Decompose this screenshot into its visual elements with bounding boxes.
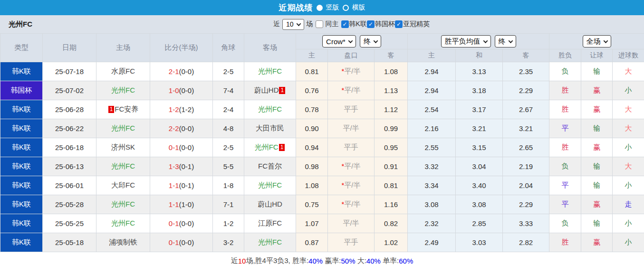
avg-away-odds-cell: 2.04 — [503, 176, 549, 195]
chevron-down-icon — [508, 38, 513, 43]
away-team-cell: 江原FC — [244, 214, 296, 233]
date-cell: 25-05-18 — [43, 233, 96, 252]
score-cell: 0-1(0-0) — [150, 214, 213, 233]
away-team-cell: 光州FC — [244, 176, 296, 195]
handicap-result-cell: 赢 — [581, 233, 613, 252]
match-count-select[interactable]: 10 — [282, 19, 304, 30]
layout-vertical-option[interactable]: 竖版 — [326, 3, 339, 12]
table-row: 韩K联25-06-22光州FC2-2(0-0)4-8大田市民0.90平/半0.9… — [0, 119, 644, 138]
goals-result-cell: 大 — [613, 62, 644, 81]
handicap-time-select[interactable]: 终 — [360, 35, 381, 47]
handicap-line-cell: 平手 — [328, 233, 375, 252]
radio-unselected-icon[interactable] — [343, 5, 349, 11]
team-label: 蔚山HD — [254, 86, 279, 94]
chevron-down-icon — [603, 38, 608, 43]
league-checkbox[interactable]: ✓ — [341, 20, 349, 28]
bookmaker-select[interactable]: Crow* — [322, 35, 356, 47]
wdl-result-cell: 胜 — [549, 138, 581, 157]
handicap-line-cell: *平/半 — [328, 157, 375, 176]
date-cell: 25-06-13 — [43, 157, 96, 176]
league-label: 韩K联 — [349, 20, 367, 28]
handicap-home-odds-cell: 1.08 — [296, 176, 328, 195]
filter-controls: 近 10 场 同主 ✓韩K联✓韩国杯✓亚冠精英 — [273, 19, 430, 30]
away-team-cell: 光州FC — [244, 62, 296, 81]
handicap-text: 平/半 — [344, 162, 360, 170]
goals-result-cell: 小 — [613, 176, 644, 195]
halftime-score: (1-2) — [179, 105, 194, 113]
table-row: 韩K联25-06-281FC安养1-2(1-2)2-4光州FC0.78平手1.1… — [0, 100, 644, 119]
league-filter-item: ✓韩国杯 — [367, 20, 395, 28]
fulltime-score: 1-2 — [169, 105, 179, 113]
handicap-result-cell: 输 — [581, 176, 613, 195]
away-team-cell: 光州FC — [244, 233, 296, 252]
halftime-score: (0-1) — [179, 181, 194, 189]
away-team-cell: 蔚山HD — [244, 195, 296, 214]
summary-segment: 50% — [341, 257, 355, 265]
radio-selected-icon[interactable] — [317, 5, 323, 11]
goals-result-cell: 小 — [613, 138, 644, 157]
goals-result-cell: 大 — [613, 119, 644, 138]
team-label: 光州FC — [258, 238, 282, 246]
summary-footer: 近10场,胜4平3负3, 胜率:40% 赢率:50% 大:40% 单率:60% — [0, 252, 644, 269]
competition-type-cell: 韩K联 — [0, 100, 43, 119]
handicap-away-odds-cell: 0.81 — [375, 176, 408, 195]
competition-type-cell: 韩K联 — [0, 176, 43, 195]
handicap-home-odds-cell: 0.90 — [296, 119, 328, 138]
avg-draw-odds-cell: 3.15 — [456, 138, 503, 157]
odds-time-select[interactable]: 终 — [495, 35, 516, 47]
halftime-score: (0-0) — [179, 219, 194, 227]
home-team-cell: 济州SK — [96, 138, 150, 157]
layout-horizontal-option[interactable]: 横版 — [352, 3, 365, 12]
wdl-result-cell: 负 — [549, 157, 581, 176]
halftime-score: (0-0) — [179, 67, 194, 76]
period-select[interactable]: 全场 — [583, 35, 611, 47]
fulltime-score: 1-1 — [169, 200, 179, 208]
score-cell: 1-2(1-2) — [150, 100, 213, 119]
handicap-line-cell: *平/半 — [328, 176, 375, 195]
competition-type-cell: 韩K联 — [0, 62, 43, 81]
home-team-cell: 1FC安养 — [96, 100, 150, 119]
same-home-checkbox[interactable] — [316, 20, 323, 28]
wdl-result-cell: 平 — [549, 176, 581, 195]
avg-draw-odds-cell: 3.08 — [456, 195, 503, 214]
avg-draw-odds-cell: 3.21 — [456, 119, 503, 138]
red-card-badge: 1 — [108, 106, 115, 113]
away-team-cell: 光州FC — [244, 100, 296, 119]
handicap-line-cell: *平/半 — [328, 81, 375, 100]
league-checkbox[interactable]: ✓ — [395, 20, 403, 28]
handicap-text: 平/半 — [344, 67, 360, 75]
avg-home-odds-cell: 2.32 — [408, 214, 456, 233]
away-team-cell: 蔚山HD1 — [244, 81, 296, 100]
date-cell: 25-07-18 — [43, 62, 96, 81]
summary-segment: 10 — [238, 257, 246, 265]
team-label: 大田市民 — [256, 124, 284, 132]
home-team-cell: 光州FC — [96, 119, 150, 138]
halftime-score: (0-0) — [179, 86, 194, 94]
away-team-cell: 光州FC1 — [244, 138, 296, 157]
handicap-result-cell: 赢 — [581, 100, 613, 119]
league-checkbox[interactable]: ✓ — [367, 20, 375, 28]
subheader-avg-home: 主 — [408, 49, 456, 62]
wdl-result-cell: 负 — [549, 214, 581, 233]
halftime-score: (0-0) — [179, 143, 194, 151]
odds-type-select[interactable]: 胜平负均值 — [441, 35, 491, 47]
competition-type-cell: 韩K联 — [0, 157, 43, 176]
header-home: 主场 — [96, 34, 150, 62]
handicap-line-cell: 平手 — [328, 100, 375, 119]
results-body: 韩K联25-07-18水原FC2-1(0-0)2-5光州FC0.81*平/半1.… — [0, 62, 644, 252]
team-label: 大邱FC — [111, 181, 135, 189]
avg-away-odds-cell: 2.29 — [503, 195, 549, 214]
team-label: 光州FC — [111, 219, 135, 227]
avg-away-odds-cell: 3.33 — [503, 214, 549, 233]
avg-away-odds-cell: 2.29 — [503, 81, 549, 100]
subheader-hc-away: 客 — [375, 49, 408, 62]
corner-cell: 4-8 — [213, 119, 244, 138]
handicap-home-odds-cell: 0.76 — [296, 81, 328, 100]
score-cell: 1-3(0-1) — [150, 157, 213, 176]
corner-cell: 2-5 — [213, 62, 244, 81]
team-label: 光州FC — [111, 124, 135, 132]
summary-segment: 近 — [231, 256, 238, 265]
handicap-group-header: Crow* 终 — [296, 34, 408, 49]
team-label: FC安养 — [115, 105, 138, 113]
table-row: 韩K联25-06-13光州FC1-3(0-1)5-5FC首尔0.98*平/半0.… — [0, 157, 644, 176]
